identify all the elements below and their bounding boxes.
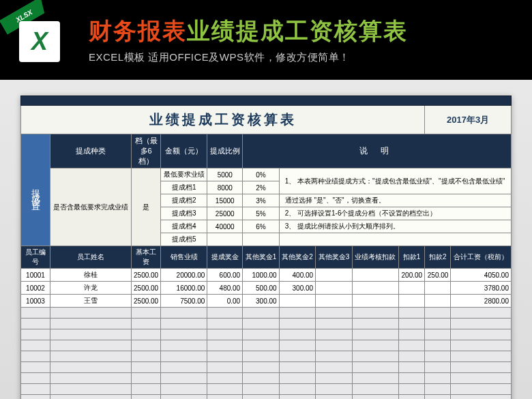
cell[interactable] [352,373,398,384]
cell[interactable]: 600.00 [207,269,243,282]
cell[interactable]: 10001 [21,269,50,282]
cell[interactable] [279,319,316,329]
cell[interactable] [425,329,451,340]
cell[interactable] [50,384,132,395]
cell[interactable] [243,319,279,329]
table-row[interactable]: 10001徐桂2500.0020000.00600.001000.00400.0… [21,269,512,282]
cell[interactable] [352,362,398,373]
cell[interactable] [451,308,512,319]
cell[interactable] [398,282,424,295]
table-row[interactable] [21,319,512,329]
table-row[interactable] [21,351,512,362]
cell[interactable] [161,373,207,384]
cell[interactable] [21,319,50,329]
cell[interactable] [451,319,512,329]
cell[interactable] [398,308,424,319]
cell[interactable]: 400.00 [279,269,316,282]
tier-amount[interactable]: 15000 [207,194,243,207]
cell[interactable]: 250.00 [425,269,451,282]
cell[interactable] [207,329,243,340]
cell[interactable]: 2500.00 [132,295,161,308]
table-row[interactable] [21,308,512,319]
cell[interactable] [352,269,398,282]
cell[interactable] [425,362,451,373]
cell[interactable]: 10002 [21,282,50,295]
cell[interactable] [398,351,424,362]
cell[interactable] [21,308,50,319]
cell[interactable]: 王雪 [50,295,132,308]
cell[interactable]: 200.00 [398,269,424,282]
cell[interactable] [207,308,243,319]
cell[interactable]: 许龙 [50,282,132,295]
cell[interactable] [207,384,243,395]
cell[interactable] [316,282,353,295]
cell[interactable] [316,373,353,384]
cell[interactable] [207,373,243,384]
cell[interactable] [161,340,207,351]
cell[interactable] [50,362,132,373]
cell[interactable] [161,319,207,329]
cell[interactable] [316,308,353,319]
table-row[interactable] [21,373,512,384]
cell[interactable] [279,384,316,395]
cell[interactable] [161,384,207,395]
cell[interactable] [279,362,316,373]
cell[interactable] [50,308,132,319]
tier-ratio[interactable]: 2% [243,181,279,194]
cell[interactable] [316,295,353,308]
cell[interactable] [398,295,424,308]
cell[interactable] [451,362,512,373]
cell[interactable] [161,351,207,362]
cell[interactable] [352,351,398,362]
cell[interactable]: 300.00 [279,282,316,295]
include-value[interactable]: 是 [132,168,161,246]
cell[interactable] [352,329,398,340]
tier-amount[interactable] [207,233,243,246]
cell[interactable] [316,395,353,400]
cell[interactable] [132,308,161,319]
tier-amount[interactable]: 25000 [207,207,243,220]
tier-ratio[interactable]: 0% [243,168,279,181]
cell[interactable]: 0.00 [207,295,243,308]
cell[interactable]: 4050.00 [451,269,512,282]
cell[interactable] [21,362,50,373]
cell[interactable] [398,319,424,329]
cell[interactable] [425,373,451,384]
cell[interactable] [243,340,279,351]
tier-ratio[interactable]: 5% [243,207,279,220]
cell[interactable] [207,395,243,400]
table-row[interactable] [21,329,512,340]
cell[interactable] [132,384,161,395]
cell[interactable] [161,329,207,340]
cell[interactable] [352,395,398,400]
cell[interactable] [132,351,161,362]
cell[interactable] [279,295,316,308]
cell[interactable] [352,384,398,395]
cell[interactable]: 10003 [21,295,50,308]
cell[interactable] [132,329,161,340]
cell[interactable] [425,319,451,329]
tier-ratio[interactable] [243,233,279,246]
table-row[interactable] [21,395,512,400]
tier-amount[interactable]: 5000 [207,168,243,181]
cell[interactable] [398,362,424,373]
cell[interactable] [316,269,353,282]
cell[interactable] [451,373,512,384]
cell[interactable] [425,308,451,319]
cell[interactable] [207,362,243,373]
cell[interactable] [316,329,353,340]
cell[interactable] [243,351,279,362]
cell[interactable] [425,295,451,308]
table-row[interactable]: 10003王雪2500.007500.000.00300.002800.00 [21,295,512,308]
cell[interactable] [161,308,207,319]
cell[interactable] [132,373,161,384]
cell[interactable] [425,384,451,395]
cell[interactable] [279,329,316,340]
cell[interactable] [21,384,50,395]
cell[interactable] [279,395,316,400]
cell[interactable] [398,329,424,340]
cell[interactable] [316,319,353,329]
cell[interactable] [398,340,424,351]
tier-ratio[interactable]: 6% [243,220,279,233]
cell[interactable] [316,384,353,395]
